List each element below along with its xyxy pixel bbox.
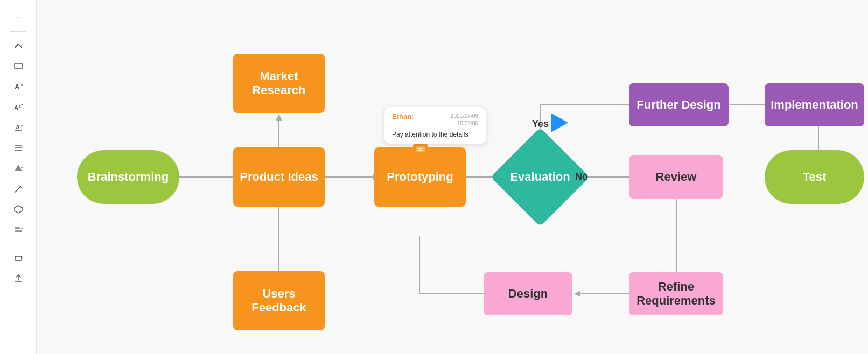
- svg-marker-19: [15, 206, 22, 213]
- comment-author: Ethan:: [392, 112, 414, 121]
- test-node[interactable]: Test: [765, 150, 864, 204]
- comment-time: 2021-07-09 15:38:00: [451, 112, 478, 128]
- align-icon[interactable]: [8, 221, 29, 238]
- further-design-node[interactable]: Further Design: [629, 83, 729, 126]
- implementation-node[interactable]: Implementation: [765, 83, 864, 126]
- users-feedback-label: Users Feedback: [251, 287, 306, 315]
- frame-icon[interactable]: [8, 250, 29, 267]
- brainstorming-label: Brainstorming: [88, 170, 169, 184]
- product-ideas-node[interactable]: Product Ideas: [233, 147, 325, 207]
- text-icon[interactable]: A: [8, 78, 29, 95]
- svg-text:A: A: [15, 83, 20, 91]
- list-icon[interactable]: [8, 139, 29, 157]
- comment-text: Pay attention to the details: [392, 131, 478, 138]
- pen-icon[interactable]: [8, 180, 29, 197]
- comment-icon[interactable]: [413, 144, 428, 155]
- svg-marker-49: [574, 291, 580, 297]
- review-label: Review: [656, 170, 697, 184]
- svg-rect-0: [15, 63, 22, 69]
- design-label: Design: [508, 287, 548, 301]
- sidebar: ··· A AA A: [0, 0, 37, 354]
- rect-icon[interactable]: [8, 58, 29, 75]
- no-label: No: [575, 171, 588, 182]
- svg-rect-21: [15, 227, 20, 229]
- underline-icon[interactable]: A: [8, 119, 29, 136]
- svg-text:A: A: [18, 104, 22, 109]
- svg-marker-32: [276, 114, 282, 121]
- svg-text:A: A: [14, 104, 18, 111]
- market-research-node[interactable]: Market Research: [233, 54, 325, 113]
- svg-rect-51: [416, 146, 425, 152]
- refine-requirements-label: Refine Requirements: [636, 280, 716, 308]
- refine-requirements-node[interactable]: Refine Requirements: [629, 272, 723, 315]
- text-size-icon[interactable]: AA: [8, 98, 29, 116]
- design-node[interactable]: Design: [484, 272, 572, 315]
- yes-label: Yes: [532, 118, 549, 130]
- collapse-icon[interactable]: [8, 37, 29, 54]
- svg-line-16: [16, 187, 20, 192]
- comment-header: Ethan: 2021-07-09 15:38:00: [392, 112, 478, 128]
- canvas: Brainstorming Market Research Product Id…: [37, 0, 868, 354]
- evaluation-node[interactable]: Evaluation: [505, 142, 575, 212]
- users-feedback-node[interactable]: Users Feedback: [233, 271, 325, 330]
- svg-rect-24: [15, 256, 22, 260]
- svg-rect-22: [15, 230, 22, 232]
- svg-marker-14: [15, 165, 22, 171]
- prototyping-label: Prototyping: [387, 170, 453, 184]
- prototyping-node[interactable]: Prototyping: [374, 147, 466, 207]
- svg-text:A: A: [16, 124, 20, 130]
- dots-icon[interactable]: ···: [8, 9, 29, 26]
- review-node[interactable]: Review: [629, 155, 723, 199]
- market-research-label: Market Research: [252, 69, 305, 97]
- sidebar-divider-1: [10, 31, 26, 32]
- further-design-label: Further Design: [636, 98, 720, 112]
- sidebar-divider-2: [10, 244, 26, 244]
- comment-bubble[interactable]: Ethan: 2021-07-09 15:38:00 Pay attention…: [384, 107, 486, 144]
- export-icon[interactable]: [8, 270, 29, 287]
- fill-icon[interactable]: [8, 160, 29, 177]
- brainstorming-node[interactable]: Brainstorming: [77, 150, 179, 204]
- shape-icon[interactable]: [8, 201, 29, 218]
- cursor-arrow: [551, 113, 568, 132]
- implementation-label: Implementation: [771, 98, 858, 112]
- test-label: Test: [803, 170, 827, 184]
- product-ideas-label: Product Ideas: [240, 170, 318, 184]
- evaluation-label: Evaluation: [505, 142, 575, 212]
